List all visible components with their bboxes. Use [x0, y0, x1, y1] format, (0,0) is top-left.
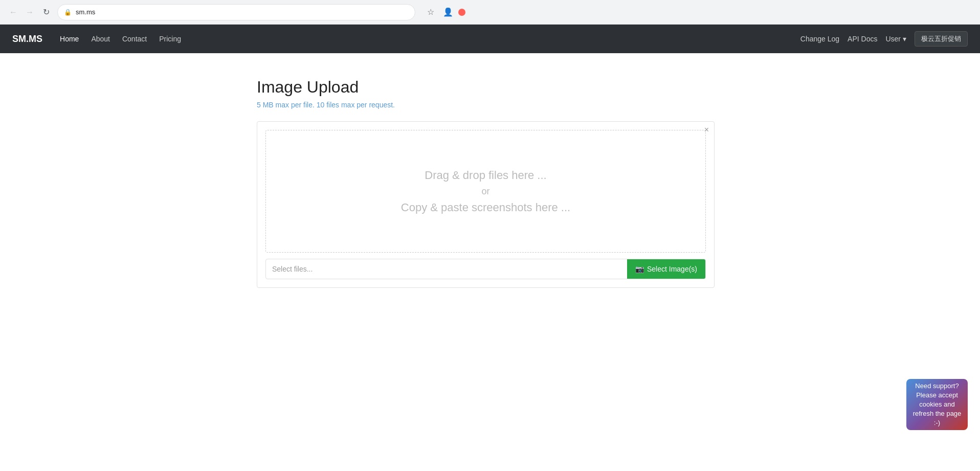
address-bar[interactable]: 🔒 sm.ms: [57, 4, 415, 20]
select-images-button[interactable]: 📷 Select Image(s): [627, 259, 705, 279]
close-button[interactable]: [458, 9, 465, 16]
select-images-label: Select Image(s): [647, 265, 697, 273]
brand-logo[interactable]: SM.MS: [12, 34, 42, 44]
camera-icon: 📷: [635, 265, 644, 273]
nav-about[interactable]: About: [86, 32, 115, 46]
navbar-nav: Home About Contact Pricing: [55, 32, 800, 46]
url-text: sm.ms: [76, 8, 95, 16]
page-title: Image Upload: [257, 78, 736, 97]
api-docs-link[interactable]: API Docs: [848, 35, 877, 43]
main-content: Image Upload 5 MB max per file. 10 files…: [244, 53, 736, 288]
nav-contact[interactable]: Contact: [117, 32, 152, 46]
forward-button[interactable]: →: [23, 5, 37, 19]
back-button[interactable]: ←: [6, 5, 20, 19]
support-widget-text: Need support? Please accept cookies and …: [912, 382, 962, 428]
reload-button[interactable]: ↻: [39, 5, 53, 19]
navbar-right: Change Log API Docs User ▾ 极云五折促销: [800, 31, 968, 47]
dropdown-chevron-icon: ▾: [903, 35, 906, 43]
browser-nav-buttons: ← → ↻: [6, 5, 53, 19]
dropzone-text-paste: Copy & paste screenshots here ...: [401, 201, 570, 214]
nav-home[interactable]: Home: [55, 32, 84, 46]
changelog-link[interactable]: Change Log: [800, 35, 839, 43]
lock-icon: 🔒: [64, 9, 72, 16]
upload-close-button[interactable]: ×: [704, 126, 709, 134]
page-subtitle: 5 MB max per file. 10 files max per requ…: [257, 101, 736, 109]
file-select-bar: Select files... 📷 Select Image(s): [265, 259, 706, 279]
dropzone[interactable]: Drag & drop files here ... or Copy & pas…: [265, 130, 706, 253]
nav-pricing[interactable]: Pricing: [154, 32, 186, 46]
support-widget[interactable]: Need support? Please accept cookies and …: [906, 379, 968, 430]
browser-actions: ☆ 👤: [424, 5, 465, 19]
user-dropdown[interactable]: User ▾: [885, 35, 906, 43]
upload-container: × Drag & drop files here ... or Copy & p…: [257, 121, 715, 288]
navbar: SM.MS Home About Contact Pricing Change …: [0, 25, 980, 53]
bookmark-button[interactable]: ☆: [424, 5, 438, 19]
promo-button[interactable]: 极云五折促销: [915, 31, 968, 47]
browser-chrome: ← → ↻ 🔒 sm.ms ☆ 👤: [0, 0, 980, 25]
dropzone-text-or: or: [481, 186, 489, 197]
file-select-placeholder: Select files...: [266, 261, 627, 277]
user-label: User: [885, 35, 901, 43]
profile-button[interactable]: 👤: [441, 5, 455, 19]
dropzone-text-drag: Drag & drop files here ...: [425, 169, 546, 182]
